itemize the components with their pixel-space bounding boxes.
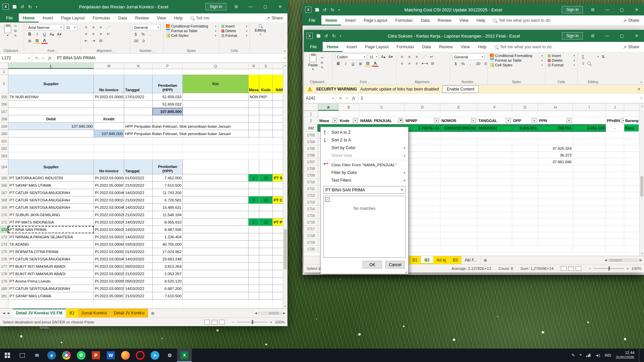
cell-supplier[interactable]: PT CATUR SENTOSA ANUGERAH — [8, 285, 94, 292]
cell-kode[interactable] — [259, 263, 273, 270]
font-shrink-icon[interactable]: A▾ — [56, 31, 62, 37]
orientation-icon[interactable]: ⋰ — [421, 54, 427, 60]
column-header[interactable]: R — [249, 63, 259, 69]
cell[interactable] — [124, 137, 153, 145]
sheet-tab[interactable]: Jurnal Koreksi — [78, 309, 111, 317]
cell-amount[interactable]: 9.851.500 — [573, 124, 606, 132]
cell[interactable] — [440, 152, 477, 159]
cell[interactable] — [624, 219, 639, 226]
cell[interactable] — [8, 152, 94, 160]
row-header[interactable]: 173 — [0, 233, 8, 241]
cell[interactable] — [249, 101, 259, 108]
cell[interactable] — [183, 241, 249, 248]
header-ket[interactable]: Ket — [183, 75, 249, 93]
cell[interactable] — [183, 160, 249, 174]
cell[interactable] — [339, 111, 359, 117]
cell[interactable] — [8, 101, 94, 108]
cell-amount[interactable]: 51.659.032 — [153, 101, 183, 108]
row-header[interactable]: 164 — [0, 160, 8, 174]
page-break-view-icon[interactable] — [219, 320, 225, 324]
header-ppn[interactable]: PPN▾ — [538, 117, 573, 124]
tab-help[interactable]: Help — [170, 13, 187, 22]
cell[interactable] — [606, 199, 624, 205]
italic-button[interactable]: I — [34, 31, 40, 37]
format-as-table-button[interactable]: Format as Table▾ — [490, 58, 543, 62]
cell[interactable] — [259, 123, 273, 130]
cell-masa[interactable] — [249, 226, 259, 233]
cell[interactable] — [153, 115, 183, 123]
cell[interactable] — [405, 239, 440, 246]
cell[interactable] — [624, 226, 639, 232]
row-header[interactable]: 169 — [0, 204, 8, 211]
normal-view-icon[interactable] — [204, 320, 210, 324]
cell[interactable] — [405, 219, 440, 226]
tab-review[interactable]: Review — [435, 42, 457, 52]
undo-icon[interactable]: ↺ — [324, 34, 328, 39]
tab-page-layout[interactable]: Page Layout — [360, 15, 391, 25]
cell[interactable] — [183, 278, 249, 285]
column-header[interactable]: P — [153, 63, 183, 69]
decimal-decrease-icon[interactable]: .0 — [140, 38, 146, 44]
column-header[interactable]: N — [124, 63, 153, 69]
cell[interactable] — [440, 185, 477, 192]
cell[interactable] — [124, 145, 153, 152]
cell-invoice[interactable]: PI.2022.01.00003 — [94, 93, 124, 101]
cell[interactable] — [573, 117, 606, 124]
cell[interactable] — [249, 123, 259, 130]
cell[interactable] — [405, 159, 440, 165]
cell[interactable] — [183, 255, 249, 263]
cell[interactable] — [477, 192, 512, 199]
header-supplier[interactable]: Supplier — [8, 160, 94, 174]
column-header[interactable]: E — [440, 104, 477, 111]
cell[interactable] — [477, 185, 512, 192]
row-header[interactable]: 1709 — [304, 172, 318, 179]
tell-me-box[interactable]: Tell me what you want to do — [490, 42, 555, 52]
filter-dropdown-icon[interactable]: ▾ — [353, 118, 358, 123]
cell[interactable] — [573, 138, 606, 145]
filter-value-list[interactable]: ✓ No matches — [323, 196, 406, 258]
cell[interactable] — [573, 212, 606, 219]
fill-color-icon[interactable]: ▨ — [34, 38, 40, 44]
quick-access-toolbar[interactable]: ↺↻▾ — [315, 7, 340, 12]
header-dpp[interactable]: DPP▾ — [512, 117, 538, 124]
font-size-select[interactable]: 11▾ — [64, 24, 77, 31]
cell[interactable] — [183, 182, 249, 189]
ribbon-display-options-icon[interactable]: ⊞ — [231, 4, 241, 9]
cell-supplier[interactable]: PT SAYAP MAS UTAMA — [8, 292, 94, 300]
cell-kode[interactable] — [259, 278, 273, 285]
share-button[interactable]: ↗Share — [618, 42, 644, 52]
row-header[interactable]: 1711 — [304, 185, 318, 192]
cell-date[interactable]: 21/03/2022 — [124, 211, 153, 219]
filter-search-input[interactable]: PT BINA SAN PRIMA✕ — [323, 186, 406, 194]
column-header[interactable]: Q — [183, 63, 249, 69]
cell[interactable] — [606, 232, 624, 239]
row-header[interactable]: 167 — [0, 189, 8, 196]
cell[interactable] — [94, 123, 124, 130]
cell-npwp[interactable]: 2,7667E+13 — [405, 124, 440, 132]
cell[interactable] — [538, 165, 573, 172]
menu-item-sort-a-to-z[interactable]: AZ↓Sort A to Z — [321, 128, 408, 136]
row-header[interactable]: 168 — [0, 196, 8, 204]
align-left-icon[interactable]: ≡ — [399, 60, 405, 66]
cell-kode[interactable] — [259, 255, 273, 263]
cell[interactable] — [8, 137, 94, 145]
cell[interactable] — [624, 212, 639, 219]
cell[interactable] — [124, 300, 153, 308]
percent-icon[interactable]: % — [140, 31, 146, 37]
cell-kode[interactable] — [259, 270, 273, 278]
prev-sheet-icon[interactable]: ◀ — [3, 311, 5, 315]
column-header[interactable]: M — [94, 63, 124, 69]
cell[interactable] — [94, 108, 124, 115]
cell[interactable] — [153, 137, 183, 145]
row-header[interactable]: 1714 — [304, 205, 318, 212]
cell-supplier[interactable]: PT SAYAP MAS UTAMA — [8, 182, 94, 189]
page-layout-view-icon[interactable] — [568, 266, 574, 271]
cell-supplier[interactable]: PT CATUR SENTOSA ANUGERAH — [8, 255, 94, 263]
cell[interactable] — [477, 239, 512, 246]
cell[interactable] — [405, 111, 440, 117]
align-center-icon[interactable]: ≡ — [406, 60, 413, 66]
insert-function-icon[interactable]: fx — [352, 96, 355, 101]
cell-amount[interactable]: 15.485.631 — [153, 204, 183, 211]
cell[interactable] — [477, 172, 512, 179]
row-header[interactable]: 1705 — [304, 145, 318, 152]
